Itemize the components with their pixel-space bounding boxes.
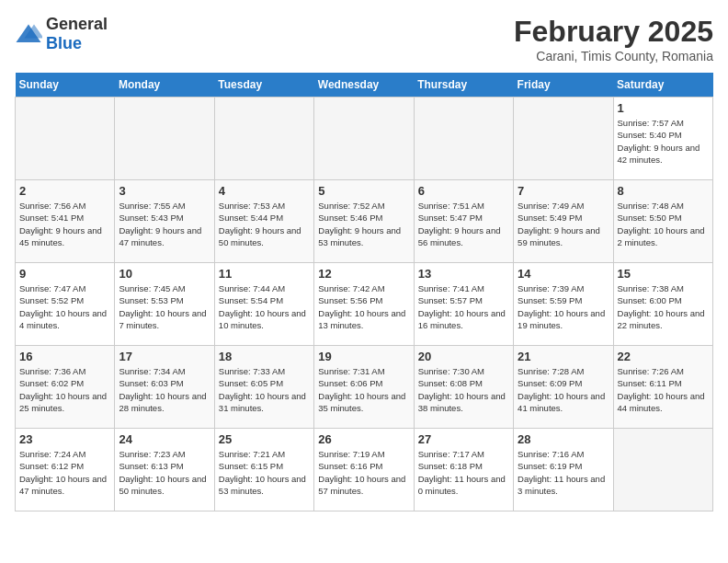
day-number: 13 xyxy=(418,267,509,281)
calendar-cell: 5Sunrise: 7:52 AM Sunset: 5:46 PM Daylig… xyxy=(314,180,414,263)
day-number: 25 xyxy=(219,432,310,446)
day-number: 16 xyxy=(19,350,110,363)
day-info: Sunrise: 7:52 AM Sunset: 5:46 PM Dayligh… xyxy=(318,200,409,248)
calendar-cell: 11Sunrise: 7:44 AM Sunset: 5:54 PM Dayli… xyxy=(214,263,313,346)
calendar-cell: 25Sunrise: 7:21 AM Sunset: 6:15 PM Dayli… xyxy=(214,429,313,511)
day-number: 28 xyxy=(518,432,609,446)
calendar-cell: 12Sunrise: 7:42 AM Sunset: 5:56 PM Dayli… xyxy=(314,263,414,346)
calendar-cell: 22Sunrise: 7:26 AM Sunset: 6:11 PM Dayli… xyxy=(613,346,712,429)
calendar-cell xyxy=(514,98,613,180)
calendar-cell xyxy=(214,98,313,180)
day-number: 6 xyxy=(418,184,509,198)
month-title: February 2025 xyxy=(514,15,713,49)
day-info: Sunrise: 7:31 AM Sunset: 6:06 PM Dayligh… xyxy=(318,365,409,414)
weekday-header-thursday: Thursday xyxy=(414,73,513,98)
day-info: Sunrise: 7:55 AM Sunset: 5:43 PM Dayligh… xyxy=(119,200,210,248)
logo-text: General Blue xyxy=(46,15,108,53)
calendar-cell: 14Sunrise: 7:39 AM Sunset: 5:59 PM Dayli… xyxy=(514,263,613,346)
day-info: Sunrise: 7:39 AM Sunset: 5:59 PM Dayligh… xyxy=(518,282,609,331)
day-info: Sunrise: 7:21 AM Sunset: 6:15 PM Dayligh… xyxy=(219,448,310,497)
weekday-header-friday: Friday xyxy=(514,73,613,98)
day-info: Sunrise: 7:19 AM Sunset: 6:16 PM Dayligh… xyxy=(318,448,409,497)
day-number: 4 xyxy=(219,184,310,198)
day-number: 7 xyxy=(518,184,609,198)
weekday-header-wednesday: Wednesday xyxy=(314,73,414,98)
day-info: Sunrise: 7:57 AM Sunset: 5:40 PM Dayligh… xyxy=(618,117,709,166)
day-info: Sunrise: 7:34 AM Sunset: 6:03 PM Dayligh… xyxy=(119,365,210,414)
day-info: Sunrise: 7:53 AM Sunset: 5:44 PM Dayligh… xyxy=(219,200,310,248)
calendar-cell xyxy=(16,98,115,180)
day-info: Sunrise: 7:30 AM Sunset: 6:08 PM Dayligh… xyxy=(418,365,509,414)
day-info: Sunrise: 7:48 AM Sunset: 5:50 PM Dayligh… xyxy=(618,200,709,248)
day-number: 21 xyxy=(518,350,609,363)
day-number: 15 xyxy=(618,267,709,281)
week-row-4: 16Sunrise: 7:36 AM Sunset: 6:02 PM Dayli… xyxy=(16,346,713,429)
day-number: 10 xyxy=(119,267,210,281)
day-info: Sunrise: 7:24 AM Sunset: 6:12 PM Dayligh… xyxy=(19,448,110,497)
day-info: Sunrise: 7:51 AM Sunset: 5:47 PM Dayligh… xyxy=(418,200,509,248)
day-number: 9 xyxy=(19,267,110,281)
day-number: 5 xyxy=(318,184,409,198)
calendar-cell: 26Sunrise: 7:19 AM Sunset: 6:16 PM Dayli… xyxy=(314,429,414,511)
day-number: 8 xyxy=(618,184,709,198)
week-row-3: 9Sunrise: 7:47 AM Sunset: 5:52 PM Daylig… xyxy=(16,263,713,346)
calendar-cell: 6Sunrise: 7:51 AM Sunset: 5:47 PM Daylig… xyxy=(414,180,513,263)
weekday-header-sunday: Sunday xyxy=(16,73,115,98)
day-info: Sunrise: 7:42 AM Sunset: 5:56 PM Dayligh… xyxy=(318,282,409,331)
day-number: 23 xyxy=(19,432,110,446)
day-info: Sunrise: 7:28 AM Sunset: 6:09 PM Dayligh… xyxy=(518,365,609,414)
calendar-cell: 27Sunrise: 7:17 AM Sunset: 6:18 PM Dayli… xyxy=(414,429,513,511)
day-info: Sunrise: 7:36 AM Sunset: 6:02 PM Dayligh… xyxy=(19,365,110,414)
day-info: Sunrise: 7:45 AM Sunset: 5:53 PM Dayligh… xyxy=(119,282,210,331)
day-number: 17 xyxy=(119,350,210,363)
calendar-cell: 19Sunrise: 7:31 AM Sunset: 6:06 PM Dayli… xyxy=(314,346,414,429)
calendar-cell: 7Sunrise: 7:49 AM Sunset: 5:49 PM Daylig… xyxy=(514,180,613,263)
day-number: 11 xyxy=(219,267,310,281)
calendar-cell xyxy=(613,429,712,511)
calendar-cell: 24Sunrise: 7:23 AM Sunset: 6:13 PM Dayli… xyxy=(115,429,214,511)
day-info: Sunrise: 7:47 AM Sunset: 5:52 PM Dayligh… xyxy=(19,282,110,331)
calendar-cell: 4Sunrise: 7:53 AM Sunset: 5:44 PM Daylig… xyxy=(214,180,313,263)
calendar-cell xyxy=(314,98,414,180)
calendar-cell: 23Sunrise: 7:24 AM Sunset: 6:12 PM Dayli… xyxy=(16,429,115,511)
title-area: February 2025 Carani, Timis County, Roma… xyxy=(514,15,713,63)
day-number: 19 xyxy=(318,350,409,363)
week-row-1: 1Sunrise: 7:57 AM Sunset: 5:40 PM Daylig… xyxy=(16,98,713,180)
calendar-cell: 18Sunrise: 7:33 AM Sunset: 6:05 PM Dayli… xyxy=(214,346,313,429)
logo: General Blue xyxy=(15,15,108,53)
calendar-cell: 16Sunrise: 7:36 AM Sunset: 6:02 PM Dayli… xyxy=(16,346,115,429)
day-info: Sunrise: 7:26 AM Sunset: 6:11 PM Dayligh… xyxy=(618,365,709,414)
day-number: 18 xyxy=(219,350,310,363)
day-number: 14 xyxy=(518,267,609,281)
day-number: 22 xyxy=(618,350,709,363)
day-number: 1 xyxy=(618,101,709,115)
week-row-5: 23Sunrise: 7:24 AM Sunset: 6:12 PM Dayli… xyxy=(16,429,713,511)
calendar-cell: 17Sunrise: 7:34 AM Sunset: 6:03 PM Dayli… xyxy=(115,346,214,429)
calendar-cell: 21Sunrise: 7:28 AM Sunset: 6:09 PM Dayli… xyxy=(514,346,613,429)
day-info: Sunrise: 7:49 AM Sunset: 5:49 PM Dayligh… xyxy=(518,200,609,248)
logo-general: General xyxy=(46,15,108,33)
day-info: Sunrise: 7:33 AM Sunset: 6:05 PM Dayligh… xyxy=(219,365,310,414)
day-info: Sunrise: 7:23 AM Sunset: 6:13 PM Dayligh… xyxy=(119,448,210,497)
weekday-header-row: SundayMondayTuesdayWednesdayThursdayFrid… xyxy=(16,73,713,98)
day-info: Sunrise: 7:56 AM Sunset: 5:41 PM Dayligh… xyxy=(19,200,110,248)
header: General Blue February 2025 Carani, Timis… xyxy=(15,15,713,63)
day-number: 26 xyxy=(318,432,409,446)
logo-blue: Blue xyxy=(46,34,82,52)
day-info: Sunrise: 7:17 AM Sunset: 6:18 PM Dayligh… xyxy=(418,448,509,497)
calendar-cell: 8Sunrise: 7:48 AM Sunset: 5:50 PM Daylig… xyxy=(613,180,712,263)
calendar-cell xyxy=(414,98,513,180)
calendar-cell: 10Sunrise: 7:45 AM Sunset: 5:53 PM Dayli… xyxy=(115,263,214,346)
calendar-cell: 3Sunrise: 7:55 AM Sunset: 5:43 PM Daylig… xyxy=(115,180,214,263)
calendar-cell: 15Sunrise: 7:38 AM Sunset: 6:00 PM Dayli… xyxy=(613,263,712,346)
day-number: 20 xyxy=(418,350,509,363)
calendar-cell: 13Sunrise: 7:41 AM Sunset: 5:57 PM Dayli… xyxy=(414,263,513,346)
calendar-table: SundayMondayTuesdayWednesdayThursdayFrid… xyxy=(15,73,713,511)
day-number: 12 xyxy=(318,267,409,281)
calendar-cell: 2Sunrise: 7:56 AM Sunset: 5:41 PM Daylig… xyxy=(16,180,115,263)
calendar-cell: 9Sunrise: 7:47 AM Sunset: 5:52 PM Daylig… xyxy=(16,263,115,346)
day-number: 27 xyxy=(418,432,509,446)
day-info: Sunrise: 7:44 AM Sunset: 5:54 PM Dayligh… xyxy=(219,282,310,331)
weekday-header-monday: Monday xyxy=(115,73,214,98)
week-row-2: 2Sunrise: 7:56 AM Sunset: 5:41 PM Daylig… xyxy=(16,180,713,263)
